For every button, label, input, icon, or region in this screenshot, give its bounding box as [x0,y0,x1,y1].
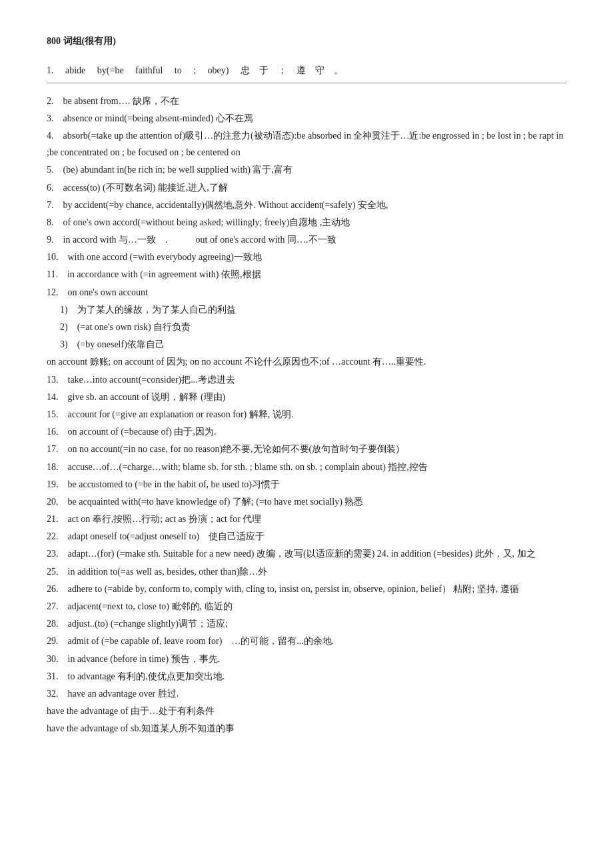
entry: 22. adapt oneself to(=adjust oneself to)… [47,528,566,545]
entry: 2. be absent from…. 缺席，不在 [47,93,566,109]
entry: 13. take…into account(=consider)把...考虑进去 [47,371,566,388]
entry: 26. adhere to (=abide by, conform to, co… [47,581,566,597]
entry: 30. in advance (before in time) 预告，事先. [47,651,566,667]
entry: have the advantage of 由于…处于有利条件 [47,703,566,719]
entry: 28. adjust..(to) (=change slightly)调节；适应… [47,615,566,632]
entry: 8. of one's own accord(=without being as… [47,214,566,231]
entry: on account 赊账; on account of 因为; on no a… [47,353,566,370]
entry: 14. give sb. an account of 说明，解释 (理由) [47,389,566,405]
entry: 19. be accustomed to (=be in the habit o… [47,476,566,493]
page-title: 800 词组(很有用) [47,33,566,49]
item-1-number: 1. [47,63,60,79]
entry: 32. have an advantage over 胜过. [47,685,566,702]
entry: 6. access(to) (不可数名词) 能接近,进入,了解 [47,179,566,196]
entry: 9. in accord with 与…一致 . out of one's ac… [47,231,566,248]
item-1-content: abide by(=be faithful to ; obey) 忠 于 ； 遵… [65,63,343,79]
entry: 20. be acquainted with(=to have knowledg… [47,493,566,510]
divider [47,83,566,83]
entry: 15. account for (=give an explanation or… [47,406,566,423]
entry: 7. by accident(=by chance, accidentally)… [47,197,566,213]
entry: 5. (be) abundant in(be rich in; be well … [47,161,566,178]
entry: 11. in accordance with (=in agreement wi… [47,266,566,283]
entry: 17. on no account(=in no case, for no re… [47,441,566,457]
item-1-row: 1. abide by(=be faithful to ; obey) 忠 于 … [47,63,566,79]
entry: 3. absence or mind(=being absent-minded)… [47,110,566,127]
entry: 29. admit of (=be capable of, leave room… [47,633,566,649]
content-block: 2. be absent from…. 缺席，不在3. absence or m… [47,93,566,737]
entry: 12. on one's own account [47,284,566,301]
entry: 31. to advantage 有利的,使优点更加突出地. [47,668,566,685]
entry: 23. adapt…(for) (=make sth. Suitable for… [47,545,566,562]
entry: 21. act on 奉行,按照…行动; act as 扮演；act for 代… [47,511,566,527]
entry: have the advantage of sb.知道某人所不知道的事 [47,720,566,737]
entry: 1) 为了某人的缘故，为了某人自己的利益 [60,301,566,318]
entry: 25. in addition to(=as well as, besides,… [47,563,566,580]
entry: 27. adjacent(=next to, close to) 毗邻的, 临近… [47,598,566,615]
entry: 10. with one accord (=with everybody agr… [47,249,566,265]
entry: 18. accuse…of…(=charge…with; blame sb. f… [47,459,566,475]
entry: 3) (=by oneself)依靠自己 [60,336,566,353]
entry: 4. absorb(=take up the attention of)吸引…的… [47,127,566,161]
entry: 16. on account of (=because of) 由于,因为. [47,423,566,440]
entry: 2) (=at one's own risk) 自行负责 [60,319,566,335]
